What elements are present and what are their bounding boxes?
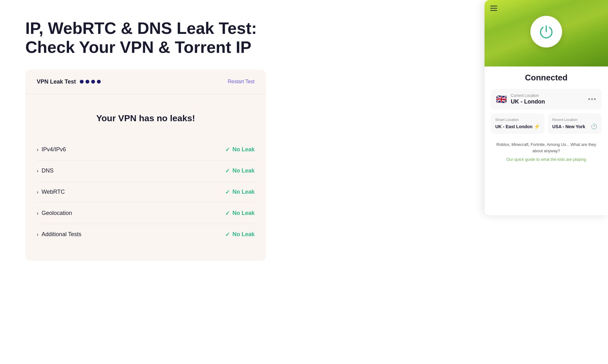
current-location-left: 🇬🇧 Current Location UK - London xyxy=(496,93,545,105)
dots-container xyxy=(80,80,101,84)
hamburger-menu-button[interactable] xyxy=(490,6,497,11)
test-item-status-geolocation: ✓ No Leak xyxy=(225,210,255,217)
smart-location-label: Smart Location xyxy=(495,118,540,122)
test-item-status-webrtc: ✓ No Leak xyxy=(225,189,255,196)
power-icon xyxy=(538,23,554,40)
test-item-status-dns: ✓ No Leak xyxy=(225,167,255,174)
test-item-result-geolocation: No Leak xyxy=(232,210,255,217)
test-item-left-geolocation: › Geolocation xyxy=(37,210,72,217)
dot-2 xyxy=(86,80,89,84)
promo-link[interactable]: Our quick guide to what the kids are pla… xyxy=(506,157,586,162)
smart-location-option[interactable]: Smart Location UK - East London ⚡ xyxy=(491,113,545,134)
recent-location-label: Recent Location xyxy=(552,118,597,122)
test-item-result-additional: No Leak xyxy=(232,231,255,238)
more-options-button[interactable]: ••• xyxy=(588,96,597,103)
current-location-info: Current Location UK - London xyxy=(511,93,545,105)
test-items-list: › IPv4/IPv6 ✓ No Leak › DNS ✓ No xyxy=(37,139,255,245)
check-icon-ipv4: ✓ xyxy=(225,146,230,153)
recent-location-option[interactable]: Recent Location USA - New York 🕐 xyxy=(548,113,602,134)
recent-location-name: USA - New York xyxy=(552,124,585,129)
current-location-card[interactable]: 🇬🇧 Current Location UK - London ••• xyxy=(491,89,602,110)
vpn-panel: Connected 🇬🇧 Current Location UK - Londo… xyxy=(484,0,608,215)
vpn-panel-header xyxy=(484,0,608,66)
chevron-right-icon-dns: › xyxy=(37,168,38,174)
leak-test-title: VPN Leak Test xyxy=(37,78,76,85)
test-item-left-ipv4: › IPv4/IPv6 xyxy=(37,146,66,153)
test-item-additional: › Additional Tests ✓ No Leak xyxy=(37,224,255,245)
test-item-result-ipv4: No Leak xyxy=(232,146,255,153)
test-item-name-ipv4: IPv4/IPv6 xyxy=(41,146,66,153)
promo-text: Roblox, Minecraft, Fortnite, Among Us...… xyxy=(492,141,600,154)
chevron-right-icon: › xyxy=(37,147,38,153)
test-item-dns: › DNS ✓ No Leak xyxy=(37,160,255,182)
current-location-label: Current Location xyxy=(511,93,545,98)
test-item-status-ipv4: ✓ No Leak xyxy=(225,146,255,153)
restart-test-button[interactable]: Restart Test xyxy=(228,79,255,85)
power-button[interactable] xyxy=(530,16,562,47)
current-location-name: UK - London xyxy=(511,98,545,105)
page-title: IP, WebRTC & DNS Leak Test: Check Your V… xyxy=(25,19,266,57)
test-item-status-additional: ✓ No Leak xyxy=(225,231,255,238)
vpn-panel-body: Connected 🇬🇧 Current Location UK - Londo… xyxy=(484,66,608,168)
check-icon-additional: ✓ xyxy=(225,231,230,238)
uk-flag-icon: 🇬🇧 xyxy=(496,94,507,104)
test-item-left-additional: › Additional Tests xyxy=(37,231,81,238)
leak-test-header: VPN Leak Test Restart Test xyxy=(25,70,266,94)
test-item-name-geolocation: Geolocation xyxy=(41,210,72,217)
check-icon-webrtc: ✓ xyxy=(225,189,230,196)
connected-status: Connected xyxy=(491,73,602,83)
test-item-result-webrtc: No Leak xyxy=(232,189,255,195)
chevron-right-icon-geolocation: › xyxy=(37,210,38,216)
check-icon-dns: ✓ xyxy=(225,167,230,174)
test-item-left-webrtc: › WebRTC xyxy=(37,189,65,195)
test-item-result-dns: No Leak xyxy=(232,167,255,174)
smart-location-name: UK - East London xyxy=(495,124,532,129)
hamburger-line-2 xyxy=(490,8,497,9)
leak-test-body: Your VPN has no leaks! › IPv4/IPv6 ✓ No … xyxy=(25,94,266,261)
promo-section: Roblox, Minecraft, Fortnite, Among Us...… xyxy=(491,141,602,162)
leak-test-title-row: VPN Leak Test xyxy=(37,78,101,85)
hamburger-line-3 xyxy=(490,10,497,11)
check-icon-geolocation: ✓ xyxy=(225,210,230,217)
test-item-name-additional: Additional Tests xyxy=(41,231,81,238)
main-content: IP, WebRTC & DNS Leak Test: Check Your V… xyxy=(0,0,291,364)
test-item-geolocation: › Geolocation ✓ No Leak xyxy=(37,203,255,224)
no-leaks-message: Your VPN has no leaks! xyxy=(37,113,255,123)
test-item-webrtc: › WebRTC ✓ No Leak xyxy=(37,182,255,203)
test-item-ipv4: › IPv4/IPv6 ✓ No Leak xyxy=(37,139,255,160)
chevron-right-icon-webrtc: › xyxy=(37,189,38,195)
test-item-name-dns: DNS xyxy=(41,167,54,174)
dot-3 xyxy=(91,80,95,84)
clock-icon: 🕐 xyxy=(591,123,597,129)
lightning-icon: ⚡ xyxy=(534,123,540,129)
location-options: Smart Location UK - East London ⚡ Recent… xyxy=(491,113,602,134)
recent-location-content: USA - New York 🕐 xyxy=(552,123,597,129)
smart-location-content: UK - East London ⚡ xyxy=(495,123,540,129)
dot-1 xyxy=(80,80,84,84)
hamburger-line-1 xyxy=(490,6,497,6)
leak-test-card: VPN Leak Test Restart Test Your VPN has … xyxy=(25,70,266,261)
chevron-right-icon-additional: › xyxy=(37,232,38,237)
dot-4 xyxy=(97,80,101,84)
test-item-left-dns: › DNS xyxy=(37,167,54,174)
test-item-name-webrtc: WebRTC xyxy=(41,189,65,195)
